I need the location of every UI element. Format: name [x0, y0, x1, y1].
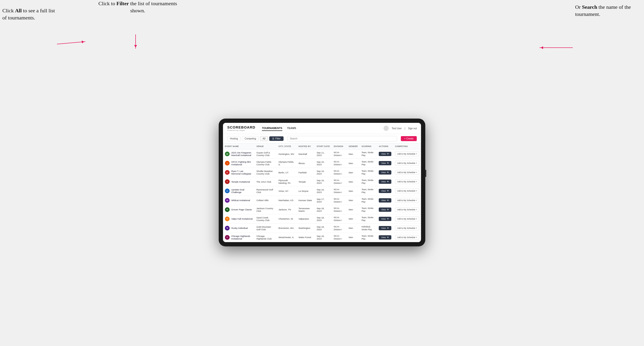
cell-venue-3: The 1912 Club [254, 177, 277, 186]
cell-scoring-2: Team, Stroke Play [360, 168, 377, 177]
nav-tournaments[interactable]: TOURNAMENTS [262, 126, 282, 131]
eye-icon-9: 👁 [387, 236, 389, 239]
add-schedule-button-8[interactable]: Add to My Schedule + [395, 226, 419, 230]
view-button-3[interactable]: View 👁 [379, 179, 391, 184]
add-schedule-button-6[interactable]: Add to My Schedule + [395, 207, 419, 212]
cell-hosted-7: Valparaiso [296, 214, 315, 223]
cell-division-4: NCAA Division I [332, 186, 347, 196]
sign-out-link[interactable]: Sign out [408, 127, 417, 130]
add-schedule-button-1[interactable]: Add to My Schedule + [395, 161, 419, 166]
nav-teams[interactable]: TEAMS [287, 126, 296, 131]
app-header: SCOREBOARD Powered by clippd TOURNAMENTS… [223, 123, 421, 134]
cell-venue-6: Jackson Country Club [254, 205, 277, 214]
tab-hosting[interactable]: Hosting [227, 136, 240, 141]
cell-event-1: I OFCC Fighting Illini Invitational [223, 159, 254, 168]
create-button[interactable]: + Create [401, 136, 417, 141]
cell-competing-1: Add to My Schedule + [393, 159, 421, 168]
cell-division-5: NCAA Division I [332, 196, 347, 205]
view-button-9[interactable]: View 👁 [379, 235, 391, 239]
user-name: Test User [392, 127, 402, 130]
logo-text: SCOREBOARD [227, 125, 255, 129]
add-schedule-button-4[interactable]: Add to My Schedule + [395, 188, 419, 193]
cell-actions-8: View 👁 [377, 223, 393, 233]
eye-icon-5: 👁 [387, 199, 389, 201]
cell-venue-5: Colbert Hills [254, 196, 277, 205]
view-button-1[interactable]: View 👁 [379, 161, 391, 165]
add-schedule-button-5[interactable]: Add to My Schedule + [395, 198, 419, 203]
cell-hosted-1: Illinois [296, 159, 315, 168]
user-avatar [384, 126, 389, 131]
view-button-7[interactable]: View 👁 [379, 217, 391, 221]
annotation-right: Or Search the name of the tournament. [575, 3, 642, 17]
cell-scoring-1: Team, Stroke Play [360, 159, 377, 168]
view-button-8[interactable]: View 👁 [379, 226, 391, 230]
cell-venue-2: Shuttle Meadow Country Club [254, 168, 277, 177]
cell-city-3: Plymouth Meeting, PA [277, 177, 296, 186]
cell-city-9: Westchester, IL [277, 233, 296, 242]
cell-division-1: NCAA Division I [332, 159, 347, 168]
team-logo-9: C [225, 235, 230, 240]
annotation-left: Click All to see a full list of tourname… [2, 7, 57, 21]
cell-date-0: Sep 11, 2023 [315, 149, 332, 159]
tab-all[interactable]: All [260, 136, 268, 141]
cell-competing-3: Add to My Schedule + [393, 177, 421, 186]
cell-actions-7: View 👁 [377, 214, 393, 223]
col-hosted-by: HOSTED BY [296, 144, 315, 149]
search-input[interactable] [287, 136, 397, 141]
add-schedule-button-3[interactable]: Add to My Schedule + [395, 179, 419, 184]
cell-division-2: NCAA Division I [332, 168, 347, 177]
eye-icon-3: 👁 [387, 180, 389, 183]
col-actions: ACTIONS [377, 144, 393, 149]
view-button-5[interactable]: View 👁 [379, 198, 391, 202]
filter-button[interactable]: ☰ Filter [269, 136, 283, 141]
add-schedule-button-7[interactable]: Add to My Schedule + [395, 216, 419, 221]
col-competing: COMPETING [393, 144, 421, 149]
cell-city-1: Olympia Fields, IL [277, 159, 296, 168]
col-division: DIVISION [332, 144, 347, 149]
cell-division-8: NCAA Division I [332, 223, 347, 233]
cell-gender-7: Men [347, 214, 360, 223]
cell-venue-4: Ravenwood Golf Club [254, 186, 277, 196]
cell-date-7: Sep 18, 2023 [315, 214, 332, 223]
cell-scoring-0: Team, Stroke Play [360, 149, 377, 159]
cell-venue-8: Gold Mountain Golf Club [254, 223, 277, 233]
event-title-1: OFCC Fighting Illini Invitational [231, 161, 253, 166]
tournament-table-container: EVENT NAME VENUE CITY, STATE HOSTED BY S… [223, 144, 421, 242]
cell-gender-9: Men [347, 233, 360, 242]
team-logo-4: U [225, 188, 230, 193]
add-label-2: Add to My Schedule + [397, 171, 417, 173]
cell-hosted-8: Washington [296, 223, 315, 233]
event-title-0: 2023 Joe Feaganes Marshall Invitational [231, 151, 253, 157]
cell-actions-0: View 👁 [377, 149, 393, 159]
view-button-6[interactable]: View 👁 [379, 207, 391, 212]
cell-date-1: Sep 15, 2023 [315, 159, 332, 168]
team-logo-2: F [225, 170, 230, 175]
cell-scoring-7: Team, Stroke Play [360, 214, 377, 223]
tab-competing[interactable]: Competing [242, 136, 258, 141]
add-label-0: Add to My Schedule + [397, 153, 417, 155]
view-label-7: View [381, 218, 386, 220]
cell-division-9: NCAA Division I [332, 233, 347, 242]
view-button-0[interactable]: View 👁 [379, 152, 391, 156]
cell-gender-1: Men [347, 159, 360, 168]
filter-bar: Hosting Competing All ☰ Filter + Create [223, 134, 421, 144]
add-schedule-button-2[interactable]: Add to My Schedule + [395, 170, 419, 175]
cell-competing-0: Add to My Schedule + [393, 149, 421, 159]
view-button-4[interactable]: View 👁 [379, 189, 391, 193]
add-schedule-button-0[interactable]: Add to My Schedule + [395, 152, 419, 156]
add-label-6: Add to My Schedule + [397, 208, 417, 211]
cell-venue-7: Sand Creek Country Club [254, 214, 277, 223]
view-button-2[interactable]: View 👁 [379, 170, 391, 174]
view-label-5: View [381, 199, 386, 201]
event-title-9: Chicago Highlands Invitational [231, 235, 253, 240]
annotation-center: Click to Filter the list of tournaments … [92, 0, 183, 14]
table-row: W Wildcat Invitational Colbert Hills Man… [223, 196, 421, 205]
arrow-right [540, 47, 573, 48]
cell-scoring-5: Team, Stroke Play [360, 196, 377, 205]
cell-division-7: NCAA Division I [332, 214, 347, 223]
cell-gender-0: Men [347, 149, 360, 159]
cell-date-6: Sep 18, 2023 [315, 205, 332, 214]
cell-city-7: Chesterton, IN [277, 214, 296, 223]
add-schedule-button-9[interactable]: Add to My Schedule + [395, 235, 419, 240]
table-row: F Ryan T. Lee Memorial Collegiate Shuttl… [223, 168, 421, 177]
